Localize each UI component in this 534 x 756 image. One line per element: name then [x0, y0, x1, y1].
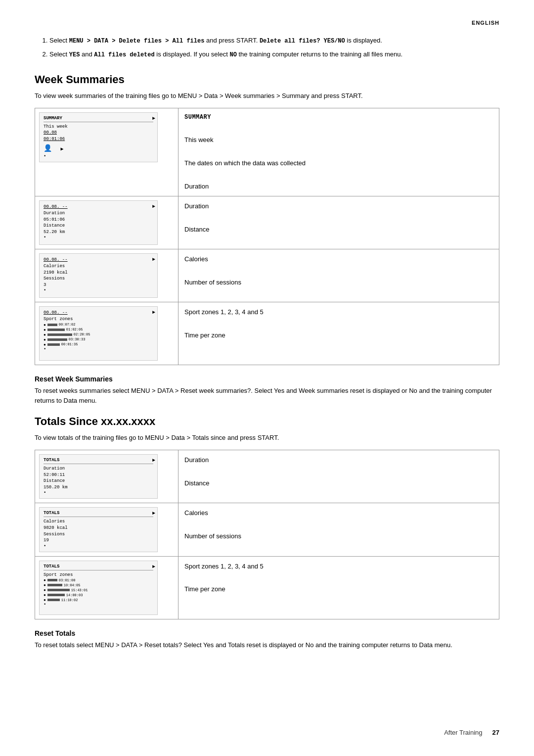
reset-week-no: No — [409, 387, 417, 394]
zone-icon-2: ● — [44, 328, 46, 332]
ds-row-4b: Sport zones — [44, 316, 153, 323]
week-desc-cell-1: SUMMARY This week The dates on which the… — [178, 108, 499, 196]
totals-device-screen-3: TOTALS ► Sport zones ● 03:01:00 ● 10:04:… — [39, 561, 158, 615]
totals-device-screen-2: TOTALS ► Calories 9820 kcal Sessions 19 … — [39, 507, 158, 552]
week-desc-cell-4: Sport zones 1, 2, 3, 4 and 5 Time per zo… — [178, 302, 499, 365]
zone-bar-1 — [47, 324, 57, 326]
totals-row-1c: Distance — [44, 478, 153, 484]
zone-row-1: ● 00:07:02 — [44, 323, 153, 327]
ds-row-3e: 3 — [44, 282, 153, 288]
table-row: TOTALS ► Duration 52:00:11 Distance 150.… — [35, 450, 499, 503]
totals-desc-cell-3: Sport zones 1, 2, 3, 4 and 5 Time per zo… — [178, 556, 499, 619]
zone-icon-4: ● — [44, 337, 46, 342]
reset-week-bold: Week summaries reset — [299, 387, 364, 394]
ds-row-3b: Calories — [44, 263, 153, 270]
totals-arrow-2: ► — [152, 511, 155, 516]
desc-line-1b: The dates on which the data was collecte… — [184, 157, 493, 169]
step-2: Select YES and All files deleted is disp… — [49, 49, 499, 59]
totals-bullet-1: • — [44, 490, 153, 495]
step2-no: NO — [229, 51, 236, 58]
totals-menu-path: MENU > Data > Totals since — [145, 434, 225, 441]
totals-zone-row-2: ● 10:04:05 — [44, 583, 153, 587]
totals-row-2d: 19 — [44, 537, 153, 544]
language-label: ENGLISH — [35, 20, 499, 26]
week-device-screen-3: ► 00.08. -- Calories 2190 kcal Sessions … — [39, 253, 158, 298]
table-row: SUMMARY ► This week 00.08 00:01:06 👤 ▶ •… — [35, 108, 499, 196]
step2-all-deleted: All files deleted — [94, 51, 154, 58]
ds-bullet-1: • — [44, 154, 153, 159]
zone-time-3: 02:20:05 — [74, 332, 90, 336]
totals-zone-time-2: 10:04:05 — [64, 583, 81, 587]
totals-desc-2b: Number of sessions — [184, 530, 493, 542]
zone-row-2: ● 01:02:05 — [44, 328, 153, 332]
ds-arrow-1: ► — [152, 116, 155, 121]
table-row: ► 00.08. -- Duration 05:01:06 Distance 5… — [35, 196, 499, 249]
desc-line-1a: This week — [184, 134, 493, 145]
totals-arrow-1: ► — [152, 458, 155, 463]
reset-week-mono1: MENU > DATA > Reset week summaries? — [131, 387, 251, 394]
totals-zone-icon-5: ● — [44, 598, 46, 602]
totals-desc-3b: Time per zone — [184, 583, 493, 595]
zone-bar-2 — [47, 329, 65, 331]
zone-bar-5 — [47, 343, 60, 346]
zone-icon-1: ● — [44, 323, 46, 327]
totals-ds-title-2: TOTALS — [44, 511, 153, 517]
reset-week-text: To reset weeks summaries select MENU > D… — [35, 386, 499, 405]
footer: After Training 27 — [0, 729, 534, 736]
totals-device-screen-1: TOTALS ► Duration 52:00:11 Distance 150.… — [39, 454, 158, 499]
step-1: Select MENU > DATA > Delete files > All … — [49, 36, 499, 46]
ds-bullet-4: • — [44, 347, 153, 352]
totals-zone-bar-4 — [47, 594, 65, 596]
ds-arrow-nav: ▶ — [54, 146, 63, 152]
week-device-cell-4: ► 00.08. -- Sport zones ● 00:07:02 ● 01:… — [35, 302, 178, 365]
totals-since-table: TOTALS ► Duration 52:00:11 Distance 150.… — [35, 450, 499, 619]
totals-desc-2a: Calories — [184, 507, 493, 519]
desc-line-4a: Sport zones 1, 2, 3, 4 and 5 — [184, 306, 493, 318]
ds-row-2b: Duration — [44, 210, 153, 217]
totals-desc-3a: Sport zones 1, 2, 3, 4 and 5 — [184, 561, 493, 572]
zone-bar-4 — [47, 338, 67, 341]
totals-bullet-2: • — [44, 544, 153, 549]
table-row: ► 00.08. -- Calories 2190 kcal Sessions … — [35, 249, 499, 302]
totals-device-cell-1: TOTALS ► Duration 52:00:11 Distance 150.… — [35, 450, 178, 503]
ds-row-2c: 05:01:06 — [44, 217, 153, 223]
totals-ds-title-3: TOTALS — [44, 564, 153, 570]
totals-row-2a: Calories — [44, 519, 153, 525]
step2-yes: YES — [69, 51, 80, 58]
ds-bullet-2: • — [44, 235, 153, 240]
totals-zone-icon-3: ● — [44, 588, 46, 592]
totals-zone-bar-1 — [47, 579, 57, 581]
ds-row-3a: 00.08. -- — [44, 257, 153, 263]
week-device-cell-1: SUMMARY ► This week 00.08 00:01:06 👤 ▶ • — [35, 108, 178, 196]
totals-since-intro: To view totals of the training files go … — [35, 433, 499, 443]
ds-title-1: SUMMARY — [44, 116, 153, 122]
totals-zone-row-1: ● 03:01:00 — [44, 578, 153, 582]
week-menu-path: MENU > Data > Week summaries > Summary — [178, 92, 310, 99]
totals-zone-bar-5 — [47, 599, 60, 601]
totals-row-3a: Sport zones — [44, 572, 153, 578]
ds-row-1b: 00.08 — [44, 130, 153, 136]
zone-icon-3: ● — [44, 332, 46, 337]
reset-totals-title: Reset Totals — [35, 629, 499, 637]
zone-row-5: ● 00:01:35 — [44, 342, 153, 347]
zone-time-1: 00:07:02 — [59, 323, 76, 327]
ds-row-2d: Distance — [44, 223, 153, 229]
week-summaries-intro: To view week summaries of the training f… — [35, 91, 499, 101]
week-device-screen-1: SUMMARY ► This week 00.08 00:01:06 👤 ▶ • — [39, 112, 158, 162]
totals-zones: ● 03:01:00 ● 10:04:05 ● 15:43:01 — [44, 578, 153, 602]
ds-arrow-3: ► — [152, 257, 155, 262]
totals-ds-title-1: TOTALS — [44, 458, 153, 464]
totals-since-title: Totals Since xx.xx.xxxx — [35, 415, 499, 428]
table-row: TOTALS ► Calories 9820 kcal Sessions 19 … — [35, 503, 499, 556]
totals-zone-row-5: ● 11:10:02 — [44, 598, 153, 602]
ds-row-2a: 00.08. -- — [44, 204, 153, 210]
table-row: ► 00.08. -- Sport zones ● 00:07:02 ● 01:… — [35, 302, 499, 365]
totals-zone-row-4: ● 14:00:03 — [44, 593, 153, 597]
reset-totals-mono1: MENU > DATA > Reset totals? — [95, 641, 182, 649]
desc-line-3a: Calories — [184, 253, 493, 265]
zone-time-2: 01:02:05 — [66, 328, 83, 331]
week-device-screen-4: ► 00.08. -- Sport zones ● 00:07:02 ● 01:… — [39, 306, 158, 361]
totals-desc-1b: Distance — [184, 477, 493, 489]
ds-row-4a: 00.08. -- — [44, 310, 153, 316]
desc-line-1c: Duration — [184, 181, 493, 192]
